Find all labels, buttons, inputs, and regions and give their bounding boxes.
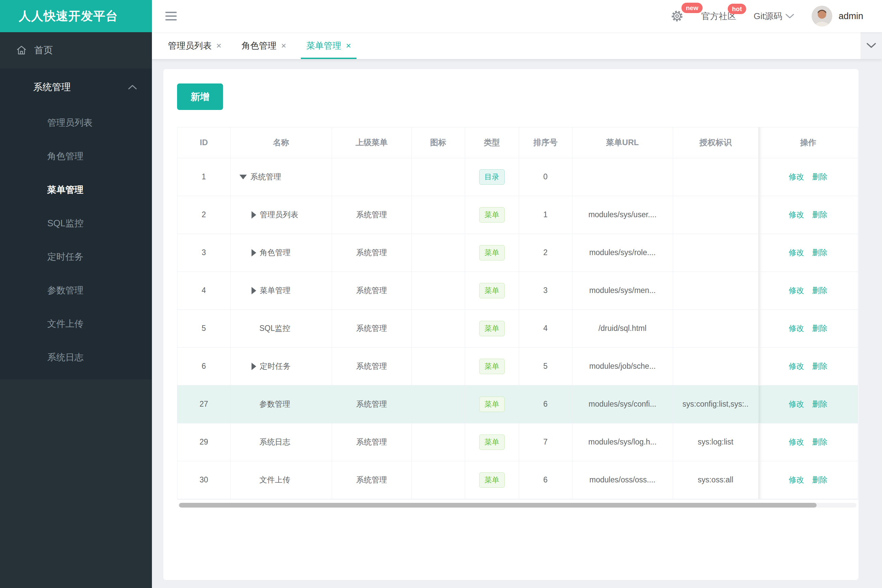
brand-title: 人人快速开发平台 <box>19 8 118 24</box>
delete-link[interactable]: 删除 <box>812 476 828 484</box>
cell-sort: 5 <box>519 347 572 385</box>
delete-link[interactable]: 删除 <box>812 286 828 295</box>
delete-link[interactable]: 删除 <box>812 438 828 446</box>
tab-close-icon[interactable]: × <box>346 41 351 50</box>
cell-url: /druid/sql.html <box>572 309 673 347</box>
edit-link[interactable]: 修改 <box>789 172 804 181</box>
edit-link[interactable]: 修改 <box>789 324 804 333</box>
edit-link[interactable]: 修改 <box>789 248 804 257</box>
column-header-url: 菜单URL <box>572 128 673 158</box>
edit-link[interactable]: 修改 <box>789 400 804 408</box>
brand-logo: 人人快速开发平台 <box>0 0 152 32</box>
delete-link[interactable]: 删除 <box>812 362 828 370</box>
sidebar-submenu: 管理员列表角色管理菜单管理SQL监控定时任务参数管理文件上传系统日志 <box>0 106 152 374</box>
expand-arrow-icon[interactable] <box>239 175 247 179</box>
edit-link[interactable]: 修改 <box>789 210 804 219</box>
menu-name: 参数管理 <box>260 399 290 410</box>
sidebar-group-system-header[interactable]: 系统管理 <box>0 68 152 106</box>
cell-icon <box>412 196 465 234</box>
add-button[interactable]: 新增 <box>177 84 223 110</box>
table-row[interactable]: 2管理员列表系统管理菜单1modules/sys/user....修改删除 <box>177 196 858 234</box>
edit-link[interactable]: 修改 <box>789 362 804 370</box>
cell-id: 6 <box>177 347 230 385</box>
gear-icon <box>670 9 684 23</box>
horizontal-scrollbar-thumb[interactable] <box>179 503 817 507</box>
cell-icon <box>412 234 465 272</box>
cell-type: 菜单 <box>465 461 519 499</box>
tab-close-icon[interactable]: × <box>281 41 286 50</box>
cell-perm <box>673 196 758 234</box>
cell-type: 菜单 <box>465 423 519 461</box>
cell-url: modules/sys/men... <box>572 272 673 309</box>
community-link[interactable]: 官方社区 hot <box>701 10 736 22</box>
sidebar-toggle-icon[interactable] <box>165 12 177 21</box>
cell-icon <box>412 461 465 499</box>
cell-url: modules/sys/user.... <box>572 196 673 234</box>
table-row[interactable]: 3角色管理系统管理菜单2modules/sys/role....修改删除 <box>177 234 858 272</box>
table-row[interactable]: 6定时任务系统管理菜单5modules/job/sche...修改删除 <box>177 347 858 385</box>
sidebar-item-SQL监控[interactable]: SQL监控 <box>0 207 152 240</box>
delete-link[interactable]: 删除 <box>812 400 828 408</box>
cell-op: 修改删除 <box>758 423 858 461</box>
delete-link[interactable]: 删除 <box>812 210 828 219</box>
sidebar-item-系统日志[interactable]: 系统日志 <box>0 340 152 374</box>
cell-icon <box>412 347 465 385</box>
avatar[interactable] <box>811 6 832 27</box>
tabs: 管理员列表×角色管理×菜单管理× <box>163 32 366 59</box>
delete-link[interactable]: 删除 <box>812 324 828 333</box>
hot-badge: hot <box>728 4 747 14</box>
theme-settings-button[interactable]: new <box>670 9 684 23</box>
table-row[interactable]: 5SQL监控系统管理菜单4/druid/sql.html修改删除 <box>177 309 858 347</box>
cell-icon <box>412 385 465 423</box>
sidebar-item-管理员列表[interactable]: 管理员列表 <box>0 106 152 140</box>
column-header-type: 类型 <box>465 128 519 158</box>
cell-sort: 6 <box>519 461 572 499</box>
user-menu[interactable]: admin <box>811 6 863 27</box>
menu-name: 文件上传 <box>260 475 290 485</box>
type-badge: 菜单 <box>479 397 505 412</box>
cell-perm <box>673 158 758 196</box>
cell-perm: sys:config:list,sys:.. <box>673 385 758 423</box>
sidebar-item-定时任务[interactable]: 定时任务 <box>0 240 152 273</box>
edit-link[interactable]: 修改 <box>789 438 804 446</box>
cell-op: 修改删除 <box>758 309 858 347</box>
collapse-arrow-icon[interactable] <box>251 363 256 370</box>
app-window: 人人快速开发平台 new 官方社区 hot Git源码 <box>0 0 882 588</box>
top-navbar: new 官方社区 hot Git源码 <box>152 0 882 32</box>
cell-type: 菜单 <box>465 309 519 347</box>
table-row[interactable]: 1系统管理目录0修改删除 <box>177 158 858 196</box>
table-header-row: ID名称上级菜单图标类型排序号菜单URL授权标识操作 <box>177 128 858 158</box>
tab-管理员列表[interactable]: 管理员列表× <box>163 32 227 59</box>
collapse-arrow-icon[interactable] <box>251 249 256 256</box>
collapse-arrow-icon[interactable] <box>251 211 256 219</box>
edit-link[interactable]: 修改 <box>789 286 804 295</box>
table-row[interactable]: 29系统日志系统管理菜单7modules/sys/log.h...sys:log… <box>177 423 858 461</box>
menu-name: 系统日志 <box>260 437 290 447</box>
sidebar-item-菜单管理[interactable]: 菜单管理 <box>0 173 152 207</box>
sidebar-item-角色管理[interactable]: 角色管理 <box>0 140 152 173</box>
column-header-sort: 排序号 <box>519 128 572 158</box>
cell-sort: 0 <box>519 158 572 196</box>
sidebar-item-文件上传[interactable]: 文件上传 <box>0 307 152 340</box>
cell-perm <box>673 309 758 347</box>
tree-name: 定时任务 <box>231 361 332 372</box>
menu-name: 角色管理 <box>260 248 291 258</box>
table-row[interactable]: 30文件上传系统管理菜单6modules/oss/oss....sys:oss:… <box>177 461 858 499</box>
edit-link[interactable]: 修改 <box>789 476 804 484</box>
home-icon <box>16 45 27 56</box>
tab-菜单管理[interactable]: 菜单管理× <box>301 32 356 59</box>
tab-close-icon[interactable]: × <box>216 41 221 50</box>
table-row[interactable]: 27参数管理系统管理菜单6modules/sys/confi...sys:con… <box>177 385 858 423</box>
collapse-arrow-icon[interactable] <box>251 287 256 294</box>
sidebar-item-参数管理[interactable]: 参数管理 <box>0 273 152 307</box>
git-source-link[interactable]: Git源码 <box>754 10 794 22</box>
table-row[interactable]: 4菜单管理系统管理菜单3modules/sys/men...修改删除 <box>177 272 858 309</box>
sidebar-item-home[interactable]: 首页 <box>0 32 152 68</box>
cell-icon <box>412 309 465 347</box>
tab-角色管理[interactable]: 角色管理× <box>236 32 291 59</box>
tab-overflow-button[interactable] <box>861 32 882 59</box>
delete-link[interactable]: 删除 <box>812 248 828 257</box>
delete-link[interactable]: 删除 <box>812 172 828 181</box>
cell-sort: 7 <box>519 423 572 461</box>
chevron-down-icon <box>866 43 876 49</box>
